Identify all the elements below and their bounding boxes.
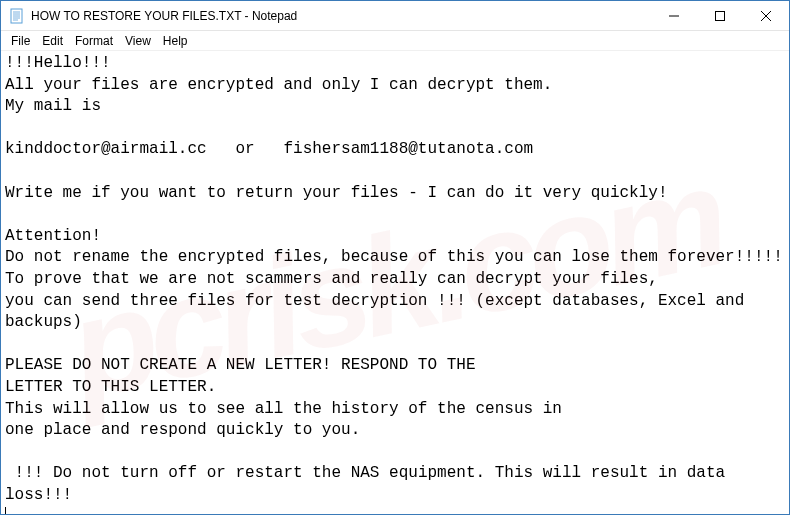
notepad-icon (9, 8, 25, 24)
menu-file[interactable]: File (5, 32, 36, 50)
svg-rect-7 (716, 11, 725, 20)
text-area[interactable]: pcrisk.com!!!Hello!!! All your files are… (1, 51, 789, 514)
minimize-button[interactable] (651, 1, 697, 30)
minimize-icon (669, 11, 679, 21)
close-button[interactable] (743, 1, 789, 30)
menu-format[interactable]: Format (69, 32, 119, 50)
menu-edit[interactable]: Edit (36, 32, 69, 50)
titlebar[interactable]: HOW TO RESTORE YOUR FILES.TXT - Notepad (1, 1, 789, 31)
maximize-button[interactable] (697, 1, 743, 30)
close-icon (761, 11, 771, 21)
notepad-window: HOW TO RESTORE YOUR FILES.TXT - Notepad … (0, 0, 790, 515)
window-title: HOW TO RESTORE YOUR FILES.TXT - Notepad (31, 9, 651, 23)
menu-view[interactable]: View (119, 32, 157, 50)
menubar: File Edit Format View Help (1, 31, 789, 51)
menu-help[interactable]: Help (157, 32, 194, 50)
maximize-icon (715, 11, 725, 21)
text-cursor (5, 507, 6, 514)
document-text: !!!Hello!!! All your files are encrypted… (5, 54, 783, 504)
window-controls (651, 1, 789, 30)
